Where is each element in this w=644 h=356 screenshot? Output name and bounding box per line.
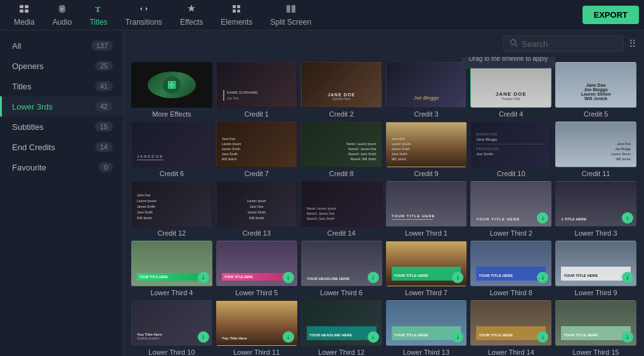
grid-item-label: Credit 2 xyxy=(301,110,382,118)
content-area: ⠿ More Effects NAME SURN xyxy=(124,30,644,356)
grid-item-label: Credit 11 xyxy=(555,170,636,177)
grid-item-lower-third12[interactable]: YOUR HEADLINE HERE ↓ Lower Third 12 xyxy=(301,300,382,356)
grid-item-lower-third2[interactable]: YOUR TITLE HERE ↓ Lower Third 2 xyxy=(470,181,551,237)
items-grid: More Effects NAME SURNAMEJob Title Credi… xyxy=(131,62,636,356)
sidebar-item-lower3rds[interactable]: Lower 3rds 42 xyxy=(0,96,123,117)
svg-rect-0 xyxy=(20,5,23,8)
download-icon: ↓ xyxy=(368,331,379,343)
nav-titles[interactable]: T Titles xyxy=(80,1,116,29)
sidebar-item-openers[interactable]: Openers 25 xyxy=(0,56,123,76)
grid-item-credit3[interactable]: Joe Bloggs Credit 3 xyxy=(386,62,467,118)
grid-item-lower-third14[interactable]: YOUR TITLE HERE ↓ Lower Third 14 xyxy=(470,300,551,356)
svg-rect-2 xyxy=(20,10,23,13)
grid-item-lower-third5[interactable]: YOUR TITLE HERE ↓ Lower Third 5 xyxy=(216,241,297,296)
sidebar-item-titles[interactable]: Titles 41 xyxy=(0,76,123,96)
grid-item-label: Credit 10 xyxy=(470,170,551,177)
main-area: All 137 Openers 25 Titles 41 Lower 3rds … xyxy=(0,30,644,356)
grid-item-credit12[interactable]: Jane DoeLauren IpsumJames SmithJane Smit… xyxy=(131,181,212,237)
export-button[interactable]: EXPORT xyxy=(583,6,639,24)
grid-container: More Effects NAME SURNAMEJob Title Credi… xyxy=(124,57,644,356)
grid-item-label: Credit 4 xyxy=(470,110,551,118)
grid-item-lower-third8[interactable]: YOUR TITLE HERE ↓ Lower Third 8 xyxy=(470,241,551,296)
grid-item-label: Lower Third 4 xyxy=(131,289,212,296)
grid-item-more-effects[interactable]: More Effects xyxy=(131,62,212,118)
sidebar-item-favourite[interactable]: Favourite 0 xyxy=(0,157,123,177)
split-screen-icon xyxy=(286,4,296,16)
grid-item-lower-third4[interactable]: YOUR TITLE HERE ↓ Lower Third 4 xyxy=(131,241,212,296)
grid-item-credit14[interactable]: Name: Lauren IpsumName2: James DoeName3:… xyxy=(301,181,382,237)
grid-item-label: Credit 7 xyxy=(216,170,297,177)
download-icon: ↓ xyxy=(283,331,294,343)
svg-point-4 xyxy=(61,8,63,10)
grid-item-label: Lower Third 11 xyxy=(216,348,297,356)
download-icon: ↓ xyxy=(537,212,548,224)
nav-media[interactable]: Media xyxy=(5,1,44,29)
download-icon: ↓ xyxy=(622,212,633,224)
grid-item-label: Lower Third 7 xyxy=(386,289,467,296)
grid-item-credit6[interactable]: JANEDOE Credit 6 xyxy=(131,122,212,177)
grid-item-label: Lower Third 15 xyxy=(555,348,636,356)
nav-audio[interactable]: Audio xyxy=(44,1,81,29)
search-container xyxy=(503,35,624,52)
nav-transitions[interactable]: Transitions xyxy=(117,1,171,29)
audio-icon xyxy=(57,4,67,16)
grid-item-lower-third13[interactable]: Your Title Here ↓ Lower Third 13 xyxy=(386,300,467,356)
search-input[interactable] xyxy=(522,39,617,49)
svg-rect-11 xyxy=(292,5,295,13)
grid-item-credit10[interactable]: Director Jane Bloggs Producer Joe Smith … xyxy=(470,122,551,177)
grid-item-label: Credit 8 xyxy=(301,170,382,177)
grid-item-credit9[interactable]: Jane DoeLauren IpsumJames SmithJane Smit… xyxy=(386,122,467,177)
grid-item-label: Lower Third 9 xyxy=(555,289,636,296)
grid-item-credit1[interactable]: NAME SURNAMEJob Title Credit 1 xyxy=(216,62,297,118)
nav-elements[interactable]: Elements xyxy=(212,1,261,29)
svg-text:T: T xyxy=(95,4,101,14)
grid-item-credit4[interactable]: JANE DOE Position Title Credit 4 Drag to… xyxy=(470,62,551,118)
grid-item-label: Credit 3 xyxy=(386,110,467,118)
svg-point-9 xyxy=(237,10,240,13)
sidebar-item-all[interactable]: All 137 xyxy=(0,35,123,56)
download-icon: ↓ xyxy=(622,272,633,283)
media-icon xyxy=(19,4,29,16)
download-icon: ↓ xyxy=(537,331,548,343)
grid-item-credit7[interactable]: Jane DoeLauren IpsumJames SmithJane Smit… xyxy=(216,122,297,177)
grid-item-label: Credit 6 xyxy=(131,170,212,177)
grid-item-credit13[interactable]: Lauren IpsumJane DoeJames SmithWill Jeni… xyxy=(216,181,297,237)
grid-item-label: Lower Third 14 xyxy=(470,348,551,356)
grid-item-lower-third1[interactable]: YOUR TITLE HERE Lower Third 1 xyxy=(386,181,467,237)
grid-item-label: Lower Third 8 xyxy=(470,289,551,296)
grid-item-label: Lower Third 3 xyxy=(555,229,636,237)
grid-item-label: Credit 9 xyxy=(386,170,467,177)
grid-item-label: Credit 1 xyxy=(216,110,297,118)
svg-rect-10 xyxy=(287,5,290,13)
svg-rect-1 xyxy=(25,5,29,8)
grid-item-lower-third3[interactable]: 1 TITLE HERE ↓ Lower Third 3 xyxy=(555,181,636,237)
grid-item-label: Lower Third 2 xyxy=(470,229,551,237)
elements-icon xyxy=(231,4,242,16)
grid-item-lower-third6[interactable]: YOUR HEADLINE HERE ↓ Lower Third 6 xyxy=(301,241,382,296)
svg-point-12 xyxy=(511,40,516,45)
grid-item-credit11[interactable]: Jane DoeJoe BloggsLauren SimonWill Jenic… xyxy=(555,122,636,177)
svg-rect-6 xyxy=(233,5,236,8)
grid-item-label: Lower Third 12 xyxy=(301,348,382,356)
grid-item-credit2[interactable]: JANE DOE Subtitle Here Credit 2 xyxy=(301,62,382,118)
nav-split-screen[interactable]: Split Screen xyxy=(261,1,320,29)
grid-item-credit8[interactable]: Name: Lauren IpsumName2: James DoeName3:… xyxy=(301,122,382,177)
grid-item-credit5[interactable]: Jane DoeJoe BloggsLauren SimonWill Jenic… xyxy=(555,62,636,118)
sidebar-item-subtitles[interactable]: Subtitles 15 xyxy=(0,117,123,137)
download-icon: ↓ xyxy=(622,331,633,343)
grid-item-lower-third11[interactable]: You Title Here ↓ Lower Third 11 xyxy=(216,300,297,356)
grid-item-lower-third7[interactable]: YOUR TITLE HERE ↓ Lower Third 7 xyxy=(386,241,467,296)
sidebar-item-end-credits[interactable]: End Credits 14 xyxy=(0,137,123,157)
grid-item-label: Credit 5 xyxy=(555,110,636,118)
grid-view-icon[interactable]: ⠿ xyxy=(629,38,636,50)
grid-item-lower-third15[interactable]: YOUR TITLE HERE ↓ Lower Third 15 xyxy=(555,300,636,356)
svg-rect-8 xyxy=(233,10,236,13)
grid-item-label: More Effects xyxy=(131,110,212,118)
sidebar: All 137 Openers 25 Titles 41 Lower 3rds … xyxy=(0,30,124,356)
search-icon xyxy=(510,39,518,49)
grid-item-label: Lower Third 13 xyxy=(386,348,467,356)
grid-item-lower-third10[interactable]: You Title Here Subtitle position ↓ Lower… xyxy=(131,300,212,356)
nav-effects[interactable]: Effects xyxy=(171,1,212,29)
grid-item-lower-third9[interactable]: YOUR TITLE HERE ↓ Lower Third 9 xyxy=(555,241,636,296)
download-icon: ↓ xyxy=(452,272,463,283)
